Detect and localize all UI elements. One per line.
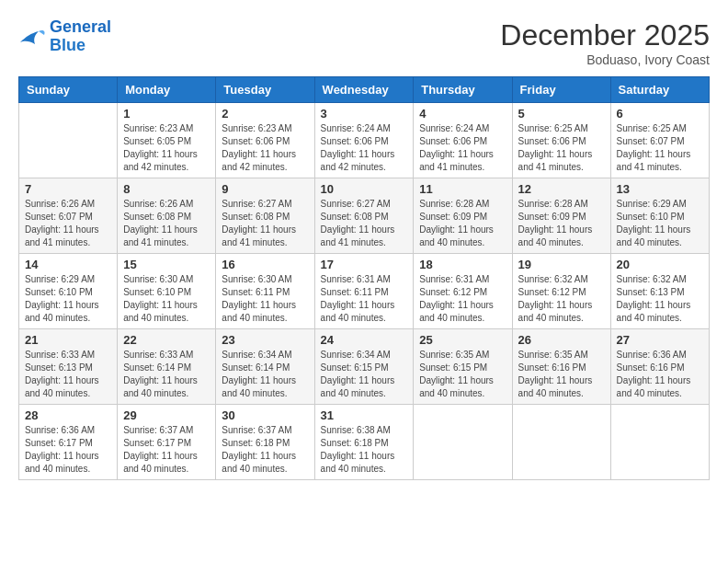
calendar-cell: 5Sunrise: 6:25 AM Sunset: 6:06 PM Daylig…: [512, 103, 610, 178]
day-number: 12: [518, 182, 605, 196]
day-info: Sunrise: 6:35 AM Sunset: 6:16 PM Dayligh…: [518, 349, 605, 400]
logo-bird-icon: [18, 26, 46, 48]
day-info: Sunrise: 6:25 AM Sunset: 6:07 PM Dayligh…: [617, 122, 703, 174]
day-info: Sunrise: 6:24 AM Sunset: 6:06 PM Dayligh…: [419, 122, 506, 174]
calendar-cell: 11Sunrise: 6:28 AM Sunset: 6:09 PM Dayli…: [414, 178, 512, 254]
day-info: Sunrise: 6:31 AM Sunset: 6:11 PM Dayligh…: [321, 273, 408, 325]
day-number: 21: [25, 333, 111, 347]
day-info: Sunrise: 6:27 AM Sunset: 6:08 PM Dayligh…: [222, 198, 308, 249]
day-info: Sunrise: 6:34 AM Sunset: 6:14 PM Dayligh…: [222, 349, 308, 400]
calendar-cell: 9Sunrise: 6:27 AM Sunset: 6:08 PM Daylig…: [216, 178, 314, 254]
day-number: 2: [222, 107, 308, 121]
day-number: 5: [518, 107, 605, 121]
calendar-week-row: 14Sunrise: 6:29 AM Sunset: 6:10 PM Dayli…: [19, 254, 710, 329]
day-number: 11: [419, 182, 506, 196]
day-number: 3: [321, 107, 408, 121]
calendar-cell: 28Sunrise: 6:36 AM Sunset: 6:17 PM Dayli…: [19, 405, 118, 480]
calendar-cell: 18Sunrise: 6:31 AM Sunset: 6:12 PM Dayli…: [414, 254, 512, 329]
day-info: Sunrise: 6:36 AM Sunset: 6:16 PM Dayligh…: [617, 349, 703, 400]
day-number: 29: [123, 408, 210, 422]
calendar-cell: [610, 405, 709, 480]
calendar-cell: 12Sunrise: 6:28 AM Sunset: 6:09 PM Dayli…: [512, 178, 610, 254]
calendar-cell: 21Sunrise: 6:33 AM Sunset: 6:13 PM Dayli…: [19, 329, 118, 405]
calendar-cell: [414, 405, 512, 480]
title-block: December 2025 Boduaso, Ivory Coast: [500, 18, 710, 67]
day-info: Sunrise: 6:28 AM Sunset: 6:09 PM Dayligh…: [518, 198, 605, 249]
day-number: 1: [123, 107, 210, 121]
logo: General Blue: [18, 18, 111, 55]
month-title: December 2025: [500, 18, 710, 52]
day-number: 15: [123, 258, 210, 271]
calendar-cell: 23Sunrise: 6:34 AM Sunset: 6:14 PM Dayli…: [216, 329, 314, 405]
day-number: 9: [222, 182, 308, 196]
calendar-cell: 25Sunrise: 6:35 AM Sunset: 6:15 PM Dayli…: [414, 329, 512, 405]
calendar-cell: 8Sunrise: 6:26 AM Sunset: 6:08 PM Daylig…: [118, 178, 216, 254]
day-info: Sunrise: 6:33 AM Sunset: 6:14 PM Dayligh…: [123, 349, 210, 400]
calendar-cell: 1Sunrise: 6:23 AM Sunset: 6:05 PM Daylig…: [118, 103, 216, 178]
day-of-week-header: Monday: [118, 77, 216, 103]
day-number: 28: [25, 408, 111, 422]
calendar-week-row: 28Sunrise: 6:36 AM Sunset: 6:17 PM Dayli…: [19, 405, 710, 480]
day-of-week-header: Sunday: [19, 77, 118, 103]
day-info: Sunrise: 6:32 AM Sunset: 6:13 PM Dayligh…: [617, 273, 703, 325]
day-number: 17: [321, 258, 408, 271]
day-number: 10: [321, 182, 408, 196]
day-number: 7: [25, 182, 111, 196]
calendar-week-row: 7Sunrise: 6:26 AM Sunset: 6:07 PM Daylig…: [19, 178, 710, 254]
day-number: 13: [617, 182, 703, 196]
calendar-cell: 17Sunrise: 6:31 AM Sunset: 6:11 PM Dayli…: [314, 254, 414, 329]
day-info: Sunrise: 6:25 AM Sunset: 6:06 PM Dayligh…: [518, 122, 605, 174]
calendar-cell: 24Sunrise: 6:34 AM Sunset: 6:15 PM Dayli…: [314, 329, 414, 405]
calendar-cell: 30Sunrise: 6:37 AM Sunset: 6:18 PM Dayli…: [216, 405, 314, 480]
day-of-week-header: Thursday: [414, 77, 512, 103]
calendar-cell: 22Sunrise: 6:33 AM Sunset: 6:14 PM Dayli…: [118, 329, 216, 405]
calendar-cell: [19, 103, 118, 178]
day-number: 23: [222, 333, 308, 347]
calendar-week-row: 21Sunrise: 6:33 AM Sunset: 6:13 PM Dayli…: [19, 329, 710, 405]
day-info: Sunrise: 6:29 AM Sunset: 6:10 PM Dayligh…: [25, 273, 111, 325]
day-number: 24: [321, 333, 408, 347]
calendar-cell: 4Sunrise: 6:24 AM Sunset: 6:06 PM Daylig…: [414, 103, 512, 178]
calendar-cell: [512, 405, 610, 480]
day-info: Sunrise: 6:37 AM Sunset: 6:17 PM Dayligh…: [123, 424, 210, 476]
day-number: 18: [419, 258, 506, 271]
day-info: Sunrise: 6:23 AM Sunset: 6:06 PM Dayligh…: [222, 122, 308, 174]
day-info: Sunrise: 6:28 AM Sunset: 6:09 PM Dayligh…: [419, 198, 506, 249]
day-number: 14: [25, 258, 111, 271]
day-info: Sunrise: 6:37 AM Sunset: 6:18 PM Dayligh…: [222, 424, 308, 476]
day-info: Sunrise: 6:26 AM Sunset: 6:08 PM Dayligh…: [123, 198, 210, 249]
calendar-cell: 14Sunrise: 6:29 AM Sunset: 6:10 PM Dayli…: [19, 254, 118, 329]
calendar-cell: 7Sunrise: 6:26 AM Sunset: 6:07 PM Daylig…: [19, 178, 118, 254]
calendar-cell: 27Sunrise: 6:36 AM Sunset: 6:16 PM Dayli…: [610, 329, 709, 405]
day-number: 8: [123, 182, 210, 196]
calendar-header-row: SundayMondayTuesdayWednesdayThursdayFrid…: [19, 77, 710, 103]
day-info: Sunrise: 6:32 AM Sunset: 6:12 PM Dayligh…: [518, 273, 605, 325]
day-of-week-header: Tuesday: [216, 77, 314, 103]
day-number: 31: [321, 408, 408, 422]
day-info: Sunrise: 6:38 AM Sunset: 6:18 PM Dayligh…: [321, 424, 408, 476]
calendar-week-row: 1Sunrise: 6:23 AM Sunset: 6:05 PM Daylig…: [19, 103, 710, 178]
day-info: Sunrise: 6:29 AM Sunset: 6:10 PM Dayligh…: [617, 198, 703, 249]
day-number: 20: [617, 258, 703, 271]
day-info: Sunrise: 6:27 AM Sunset: 6:08 PM Dayligh…: [321, 198, 408, 249]
day-number: 25: [419, 333, 506, 347]
day-info: Sunrise: 6:23 AM Sunset: 6:05 PM Dayligh…: [123, 122, 210, 174]
logo-line1: General: [50, 17, 111, 36]
day-of-week-header: Friday: [512, 77, 610, 103]
calendar-cell: 3Sunrise: 6:24 AM Sunset: 6:06 PM Daylig…: [314, 103, 414, 178]
day-number: 27: [617, 333, 703, 347]
day-number: 26: [518, 333, 605, 347]
page-header: General Blue December 2025 Boduaso, Ivor…: [18, 18, 710, 67]
calendar-cell: 13Sunrise: 6:29 AM Sunset: 6:10 PM Dayli…: [610, 178, 709, 254]
day-info: Sunrise: 6:34 AM Sunset: 6:15 PM Dayligh…: [321, 349, 408, 400]
calendar-table: SundayMondayTuesdayWednesdayThursdayFrid…: [18, 76, 710, 480]
day-number: 6: [617, 107, 703, 121]
day-info: Sunrise: 6:30 AM Sunset: 6:11 PM Dayligh…: [222, 273, 308, 325]
day-info: Sunrise: 6:31 AM Sunset: 6:12 PM Dayligh…: [419, 273, 506, 325]
day-info: Sunrise: 6:24 AM Sunset: 6:06 PM Dayligh…: [321, 122, 408, 174]
calendar-cell: 10Sunrise: 6:27 AM Sunset: 6:08 PM Dayli…: [314, 178, 414, 254]
calendar-cell: 16Sunrise: 6:30 AM Sunset: 6:11 PM Dayli…: [216, 254, 314, 329]
calendar-cell: 15Sunrise: 6:30 AM Sunset: 6:10 PM Dayli…: [118, 254, 216, 329]
day-info: Sunrise: 6:33 AM Sunset: 6:13 PM Dayligh…: [25, 349, 111, 400]
day-number: 4: [419, 107, 506, 121]
